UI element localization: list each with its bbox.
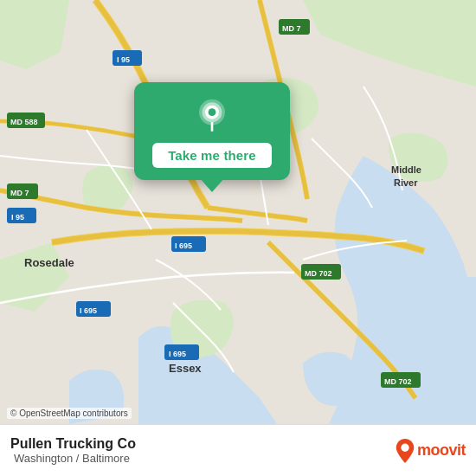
svg-point-28 — [209, 108, 216, 116]
copyright-text: © OpenStreetMap contributors — [7, 408, 132, 419]
svg-text:I 95: I 95 — [11, 213, 24, 222]
svg-text:MD 588: MD 588 — [10, 118, 38, 126]
svg-text:Essex: Essex — [169, 362, 202, 375]
svg-text:Middle: Middle — [391, 164, 421, 175]
location-pin-icon — [193, 98, 231, 136]
svg-text:MD 7: MD 7 — [282, 24, 301, 33]
bottom-bar: Pullen Trucking Co Washington / Baltimor… — [0, 424, 476, 476]
location-name: Pullen Trucking Co — [10, 436, 396, 452]
svg-text:MD 702: MD 702 — [305, 269, 332, 278]
take-me-there-button[interactable]: Take me there — [152, 143, 272, 168]
svg-text:I 695: I 695 — [175, 241, 192, 250]
location-area: Washington / Baltimore — [14, 452, 396, 465]
moovit-text: moovit — [417, 441, 466, 460]
svg-text:I 695: I 695 — [80, 306, 97, 315]
svg-text:MD 702: MD 702 — [384, 377, 412, 386]
svg-text:I 95: I 95 — [117, 55, 130, 64]
moovit-pin-icon — [396, 439, 415, 463]
svg-text:River: River — [394, 177, 418, 188]
svg-text:I 695: I 695 — [169, 350, 186, 358]
map-container[interactable]: Rosedale Essex Middle River I 95 I 95 I … — [0, 0, 476, 424]
moovit-logo: moovit — [396, 439, 466, 463]
svg-point-29 — [401, 443, 408, 451]
svg-text:MD 7: MD 7 — [10, 189, 29, 197]
popup-card: Take me there — [134, 82, 290, 180]
map-background: Rosedale Essex Middle River I 95 I 95 I … — [0, 0, 476, 424]
svg-text:Rosedale: Rosedale — [24, 256, 74, 269]
